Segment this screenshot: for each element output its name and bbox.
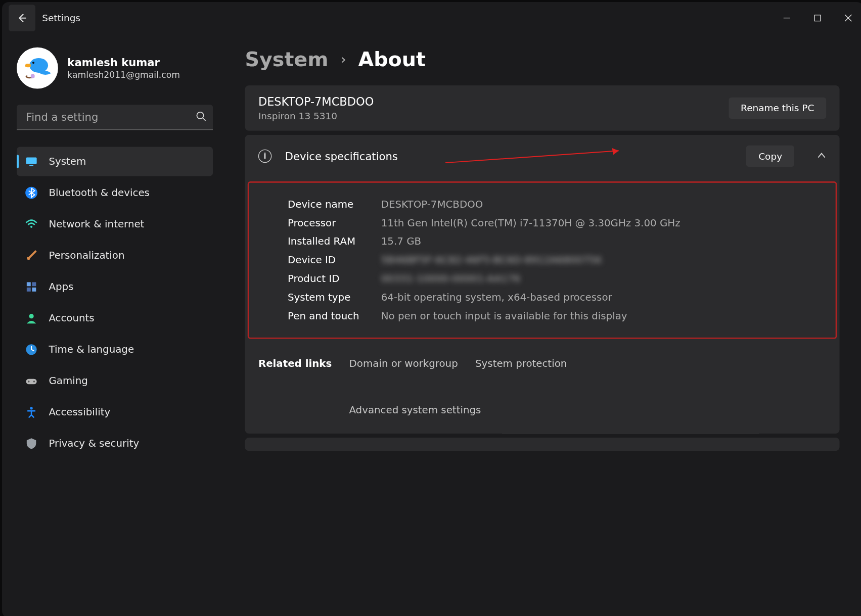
sidebar-item-system[interactable]: System xyxy=(17,147,213,176)
close-icon xyxy=(844,14,852,22)
maximize-icon xyxy=(813,14,822,22)
arrow-left-icon xyxy=(17,13,27,23)
svg-rect-15 xyxy=(26,379,37,385)
spec-row: Device ID5B46BF5F-6C82-46F5-BC6D-8912A68… xyxy=(288,251,829,269)
spec-label: Processor xyxy=(288,217,381,229)
user-email: kamlesh2011@gmail.com xyxy=(67,70,180,80)
bluetooth-icon xyxy=(25,186,38,199)
spec-label: Pen and touch xyxy=(288,310,381,322)
link-advanced-system-settings[interactable]: Advanced system settings xyxy=(349,404,481,416)
svg-rect-11 xyxy=(27,288,31,292)
minimize-button[interactable] xyxy=(772,8,802,29)
monitor-icon xyxy=(25,155,38,168)
sidebar-item-label: Bluetooth & devices xyxy=(49,187,150,199)
spec-value: 5B46BF5F-6C82-46F5-BC6D-8912A6800756 xyxy=(381,254,829,266)
sidebar: kamlesh kumar kamlesh2011@gmail.com Syst… xyxy=(2,34,222,616)
close-button[interactable] xyxy=(833,8,861,29)
window-controls xyxy=(772,8,861,29)
titlebar: Settings xyxy=(2,2,861,34)
svg-point-8 xyxy=(30,226,32,228)
nav: SystemBluetooth & devicesNetwork & inter… xyxy=(17,145,213,616)
sidebar-item-gaming[interactable]: Gaming xyxy=(17,366,213,396)
spec-value: DESKTOP-7MCBDOO xyxy=(381,198,829,210)
sidebar-item-label: Privacy & security xyxy=(49,438,139,450)
person-icon xyxy=(25,311,38,324)
sidebar-item-bluetooth-devices[interactable]: Bluetooth & devices xyxy=(17,178,213,207)
sidebar-item-apps[interactable]: Apps xyxy=(17,272,213,302)
spec-value: No pen or touch input is available for t… xyxy=(381,310,829,322)
spec-label: Product ID xyxy=(288,273,381,285)
spec-label: Installed RAM xyxy=(288,235,381,248)
profile[interactable]: kamlesh kumar kamlesh2011@gmail.com xyxy=(17,48,213,89)
spec-row: Product ID00331-10000-00001-AA176 xyxy=(288,269,829,288)
clock-icon xyxy=(25,343,38,356)
search-icon xyxy=(196,111,206,124)
svg-rect-6 xyxy=(29,165,33,166)
sidebar-item-label: Gaming xyxy=(49,375,87,387)
svg-point-13 xyxy=(29,314,33,318)
next-card-peek xyxy=(245,438,839,451)
sidebar-item-label: Accounts xyxy=(49,312,94,324)
device-specs-body: Device nameDESKTOP-7MCBDOOProcessor11th … xyxy=(248,181,837,339)
svg-rect-9 xyxy=(27,282,31,286)
link-domain-workgroup[interactable]: Domain or workgroup xyxy=(349,358,458,370)
maximize-button[interactable] xyxy=(802,8,833,29)
avatar-bird-icon xyxy=(21,52,53,84)
svg-point-16 xyxy=(28,381,29,382)
device-specs-card: i Device specifications Copy Device name… xyxy=(245,135,839,434)
breadcrumb: System › About xyxy=(245,48,839,71)
rename-pc-button[interactable]: Rename this PC xyxy=(729,98,826,119)
pc-model: Inspiron 13 5310 xyxy=(258,111,729,121)
sidebar-item-label: System xyxy=(49,156,86,168)
copy-button[interactable]: Copy xyxy=(746,146,794,167)
info-icon: i xyxy=(258,150,271,163)
pc-name: DESKTOP-7MCBDOO xyxy=(258,94,729,108)
user-name: kamlesh kumar xyxy=(67,56,180,69)
sidebar-item-privacy-security[interactable]: Privacy & security xyxy=(17,429,213,458)
svg-rect-10 xyxy=(32,282,36,286)
main: System › About DESKTOP-7MCBDOO Inspiron … xyxy=(222,34,861,616)
svg-rect-5 xyxy=(26,158,37,164)
sidebar-item-label: Accessibility xyxy=(49,406,110,418)
svg-point-4 xyxy=(197,112,203,119)
spec-row: Installed RAM15.7 GB xyxy=(288,232,829,251)
search-input[interactable] xyxy=(17,105,213,130)
spec-label: Device name xyxy=(288,198,381,210)
chevron-right-icon: › xyxy=(340,51,346,67)
spec-label: System type xyxy=(288,292,381,304)
accessibility-icon xyxy=(25,406,38,419)
spec-label: Device ID xyxy=(288,254,381,266)
apps-icon xyxy=(25,280,38,293)
svg-rect-12 xyxy=(32,288,36,292)
back-button[interactable] xyxy=(9,5,35,31)
related-links: Related links Domain or workgroup System… xyxy=(245,346,839,434)
spec-value: 00331-10000-00001-AA176 xyxy=(381,273,829,285)
svg-point-1 xyxy=(29,58,48,73)
gamepad-icon xyxy=(25,374,38,388)
svg-point-18 xyxy=(30,407,32,409)
device-specs-title: Device specifications xyxy=(285,150,733,162)
spec-row: Processor11th Gen Intel(R) Core(TM) i7-1… xyxy=(288,213,829,232)
sidebar-item-accounts[interactable]: Accounts xyxy=(17,304,213,333)
breadcrumb-parent[interactable]: System xyxy=(245,48,328,71)
spec-value: 64-bit operating system, x64-based proce… xyxy=(381,292,829,304)
spec-value: 15.7 GB xyxy=(381,235,829,248)
link-system-protection[interactable]: System protection xyxy=(475,358,567,370)
spec-value: 11th Gen Intel(R) Core(TM) i7-11370H @ 3… xyxy=(381,217,829,229)
pc-card: DESKTOP-7MCBDOO Inspiron 13 5310 Rename … xyxy=(245,85,839,131)
sidebar-item-label: Time & language xyxy=(49,344,134,356)
sidebar-item-time-language[interactable]: Time & language xyxy=(17,335,213,364)
sidebar-item-network-internet[interactable]: Network & internet xyxy=(17,210,213,239)
minimize-icon xyxy=(783,14,791,22)
device-specs-header[interactable]: i Device specifications Copy xyxy=(245,135,839,177)
sidebar-item-label: Apps xyxy=(49,281,73,293)
svg-point-17 xyxy=(33,381,35,382)
sidebar-item-label: Personalization xyxy=(49,250,124,262)
brush-icon xyxy=(25,249,38,262)
search xyxy=(17,105,213,130)
related-links-title: Related links xyxy=(258,358,332,370)
chevron-up-icon xyxy=(817,150,826,162)
sidebar-item-accessibility[interactable]: Accessibility xyxy=(17,398,213,427)
shield-icon xyxy=(25,437,38,450)
sidebar-item-personalization[interactable]: Personalization xyxy=(17,241,213,270)
